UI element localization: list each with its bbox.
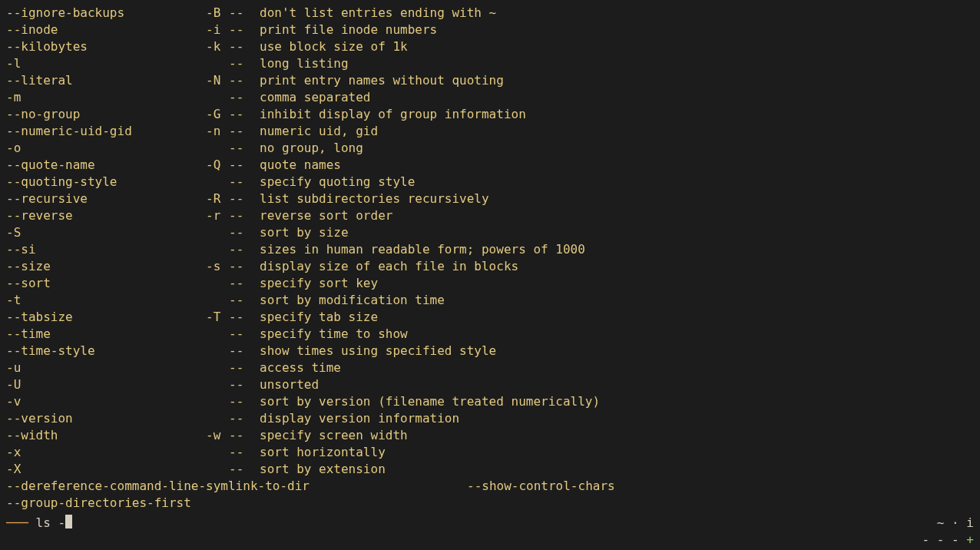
- option-long: --recursive: [6, 191, 206, 207]
- option-separator: --: [229, 258, 260, 275]
- completion-row[interactable]: -X--sort by extension: [6, 461, 974, 478]
- option-short: -k: [206, 38, 229, 55]
- bottom-status-row: - - - +: [6, 532, 974, 548]
- completion-row[interactable]: -v--sort by version (filename treated nu…: [6, 393, 974, 410]
- option-short: -w: [206, 427, 229, 444]
- extra-completions-col-2: --show-control-chars: [467, 478, 928, 512]
- completion-row[interactable]: -l--long listing: [6, 55, 974, 72]
- option-separator: --: [229, 123, 260, 140]
- option-separator: --: [229, 461, 260, 478]
- option-description: inhibit display of group information: [260, 106, 526, 123]
- option-description: specify tab size: [260, 309, 378, 326]
- option-separator: --: [229, 207, 260, 224]
- completion-row[interactable]: --inode-i--print file inode numbers: [6, 22, 974, 38]
- option-long: --time-style: [6, 343, 206, 359]
- completion-row[interactable]: --si--sizes in human readable form; powe…: [6, 241, 974, 258]
- option-long: --si: [6, 241, 206, 258]
- option-short: -B: [206, 5, 229, 22]
- option-short: -R: [206, 191, 229, 207]
- prompt-decoration: ───: [6, 515, 36, 530]
- option-separator: --: [229, 72, 260, 89]
- option-description: sort by modification time: [260, 292, 445, 309]
- completion-row[interactable]: --time-style--show times using specified…: [6, 343, 974, 359]
- completion-row[interactable]: --show-control-chars: [467, 478, 928, 495]
- option-long: --version: [6, 410, 206, 427]
- completion-row[interactable]: -m--comma separated: [6, 89, 974, 106]
- option-long: -x: [6, 444, 206, 461]
- option-short: -i: [206, 22, 229, 38]
- option-separator: --: [229, 427, 260, 444]
- completion-row[interactable]: --kilobytes-k--use block size of 1k: [6, 38, 974, 55]
- completion-row[interactable]: --recursive-R--list subdirectories recur…: [6, 191, 974, 207]
- completion-row[interactable]: -x--sort horizontally: [6, 444, 974, 461]
- option-separator: --: [229, 410, 260, 427]
- option-short: -N: [206, 72, 229, 89]
- option-long: -m: [6, 89, 206, 106]
- option-long: --kilobytes: [6, 38, 206, 55]
- completion-row[interactable]: -t--sort by modification time: [6, 292, 974, 309]
- option-separator: --: [229, 444, 260, 461]
- completion-row[interactable]: -U--unsorted: [6, 376, 974, 393]
- extra-completions-col-1: --dereference-command-line-symlink-to-di…: [6, 478, 467, 512]
- completion-row[interactable]: --group-directories-first: [6, 495, 467, 512]
- completion-row[interactable]: --numeric-uid-gid-n--numeric uid, gid: [6, 123, 974, 140]
- option-description: sort by version (filename treated numeri…: [260, 393, 600, 410]
- option-separator: --: [229, 55, 260, 72]
- completion-row[interactable]: --no-group-G--inhibit display of group i…: [6, 106, 974, 123]
- status-dashes: - - -: [922, 532, 959, 547]
- completion-row[interactable]: --dereference-command-line-symlink-to-di…: [6, 478, 467, 495]
- option-description: sizes in human readable form; powers of …: [260, 241, 585, 258]
- option-separator: --: [229, 275, 260, 292]
- command-input[interactable]: ls -: [36, 515, 66, 530]
- option-long: --inode: [6, 22, 206, 38]
- completion-row[interactable]: -S--sort by size: [6, 224, 974, 241]
- status-plus: +: [966, 532, 974, 547]
- option-long: -v: [6, 393, 206, 410]
- completion-row[interactable]: --reverse-r--reverse sort order: [6, 207, 974, 224]
- option-short: -G: [206, 106, 229, 123]
- option-separator: --: [229, 224, 260, 241]
- completion-row[interactable]: --sort--specify sort key: [6, 275, 974, 292]
- option-separator: --: [229, 106, 260, 123]
- completion-row[interactable]: --tabsize-T--specify tab size: [6, 309, 974, 326]
- option-separator: --: [229, 38, 260, 55]
- completion-row[interactable]: --version--display version information: [6, 410, 974, 427]
- completion-row[interactable]: -u--access time: [6, 359, 974, 376]
- completion-row[interactable]: --quote-name-Q--quote names: [6, 157, 974, 174]
- option-separator: --: [229, 174, 260, 191]
- option-separator: --: [229, 22, 260, 38]
- completion-row[interactable]: --literal-N--print entry names without q…: [6, 72, 974, 89]
- completion-row[interactable]: --width-w--specify screen width: [6, 427, 974, 444]
- option-separator: --: [229, 326, 260, 343]
- option-long: --quoting-style: [6, 174, 206, 191]
- option-long: --time: [6, 326, 206, 343]
- option-description: quote names: [260, 157, 341, 174]
- terminal-output: --ignore-backups-B--don't list entries e…: [0, 0, 980, 512]
- separator-dot: ·: [952, 515, 959, 530]
- completion-row[interactable]: --ignore-backups-B--don't list entries e…: [6, 5, 974, 22]
- prompt-line[interactable]: ~ · i ─── ls -: [6, 515, 974, 532]
- option-description: specify sort key: [260, 275, 378, 292]
- completion-row[interactable]: -o--no group, long: [6, 140, 974, 157]
- option-separator: --: [229, 157, 260, 174]
- status-area: ~ · i ─── ls - - - - +: [0, 515, 980, 550]
- completion-row[interactable]: --quoting-style--specify quoting style: [6, 174, 974, 191]
- completion-row[interactable]: --size-s--display size of each file in b…: [6, 258, 974, 275]
- option-description: show times using specified style: [260, 343, 496, 359]
- option-separator: --: [229, 309, 260, 326]
- option-description: use block size of 1k: [260, 38, 408, 55]
- option-separator: --: [229, 241, 260, 258]
- cwd-indicator: ~: [937, 515, 945, 530]
- option-short: -s: [206, 258, 229, 275]
- option-description: print entry names without quoting: [260, 72, 504, 89]
- option-long: --reverse: [6, 207, 206, 224]
- option-long: --literal: [6, 72, 206, 89]
- option-long: -U: [6, 376, 206, 393]
- completion-row[interactable]: --time--specify time to show: [6, 326, 974, 343]
- option-short: -T: [206, 309, 229, 326]
- option-long: --no-group: [6, 106, 206, 123]
- option-description: sort by extension: [260, 461, 386, 478]
- option-description: display version information: [260, 410, 459, 427]
- option-separator: --: [229, 89, 260, 106]
- option-description: don't list entries ending with ~: [260, 5, 496, 22]
